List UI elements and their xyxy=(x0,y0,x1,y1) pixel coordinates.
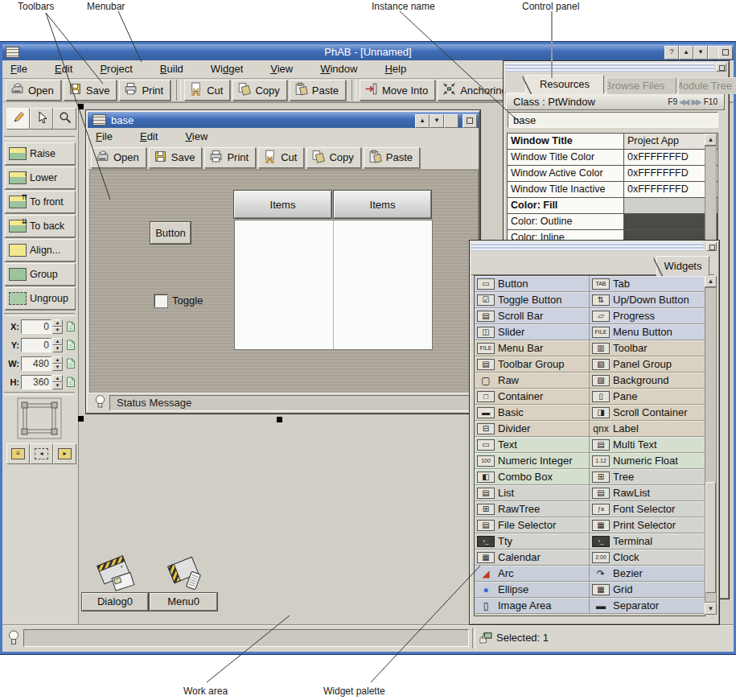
prev-class-icon[interactable]: ◀◀ xyxy=(679,97,688,106)
palette-item-tab[interactable]: TABTab xyxy=(590,276,705,291)
palette-titlebar[interactable] xyxy=(471,242,703,251)
button-widget[interactable]: Button xyxy=(150,222,191,244)
palette-item-font-selector[interactable]: ƒaFont Selector xyxy=(590,501,705,517)
palette-item-image-area[interactable]: ▯Image Area xyxy=(475,598,590,613)
palette-item-list[interactable]: ▤List xyxy=(475,485,590,500)
y-field[interactable]: 0 xyxy=(21,338,51,352)
resource-row[interactable]: Color: Outline xyxy=(508,214,717,230)
tab-widgets[interactable]: Widgets xyxy=(656,256,709,276)
cut-button[interactable]: Cut xyxy=(258,147,304,168)
next-class-icon[interactable]: ▶▶ xyxy=(691,97,700,106)
resource-row[interactable]: Window Active Color0xFFFFFFFD xyxy=(508,166,717,182)
palette-item-divider[interactable]: ⊟Divider xyxy=(475,421,590,436)
palette-item-button[interactable]: ▭Button xyxy=(475,276,590,291)
resource-value[interactable]: Project App xyxy=(624,134,717,149)
resource-value[interactable]: 0xFFFFFFFD xyxy=(624,182,717,197)
palette-item-multi-text[interactable]: ▤Multi Text xyxy=(590,437,705,452)
collapse-titlebar-button[interactable]: ▴ xyxy=(679,46,693,60)
base-titlebar[interactable]: base ▴ ▾ xyxy=(88,112,479,128)
resource-value[interactable]: 0xFFFFFFFD xyxy=(624,166,717,181)
h-field[interactable]: 360 xyxy=(21,375,51,389)
menu-module-label[interactable]: Menu0 xyxy=(150,593,217,611)
palette-item-print-selector[interactable]: ▦Print Selector xyxy=(590,517,705,533)
copy-button[interactable]: Copy xyxy=(306,147,360,168)
menu-module-icon[interactable] xyxy=(165,554,210,597)
group-button[interactable]: Group xyxy=(5,263,76,286)
help-titlebar-button[interactable]: ? xyxy=(664,46,679,60)
window-menu-icon[interactable] xyxy=(93,114,106,126)
palette-item-tty[interactable]: ›_Tty xyxy=(475,533,590,549)
menu-edit[interactable]: Edit xyxy=(47,60,80,75)
step-down-icon[interactable]: ▼ xyxy=(52,345,63,352)
h-stepper[interactable]: ▲▼ xyxy=(52,375,63,389)
w-stepper[interactable]: ▲▼ xyxy=(52,356,63,371)
wp-scrollbar-thumb[interactable] xyxy=(705,482,716,593)
pointer-tool[interactable] xyxy=(30,108,53,130)
print-button[interactable]: Print xyxy=(204,147,256,168)
scroll-down-button[interactable]: ▼ xyxy=(705,603,717,615)
menu-window[interactable]: Window xyxy=(312,60,365,75)
scroll-up-button[interactable]: ▲ xyxy=(705,134,717,146)
palette-item-numeric-float[interactable]: 1.12Numeric Float xyxy=(590,453,705,468)
resource-row[interactable]: Window Title Color0xFFFFFFFD xyxy=(508,150,717,166)
resource-value[interactable] xyxy=(624,198,717,213)
palette-item-bezier[interactable]: ↷Bezier xyxy=(590,566,705,581)
palette-item-scroll-bar[interactable]: ▤Scroll Bar xyxy=(475,308,590,323)
x-field[interactable]: 0 xyxy=(21,319,51,334)
menu-base-edit[interactable]: Edit xyxy=(132,128,166,142)
save-button[interactable]: Save xyxy=(149,147,203,168)
palette-item-arc[interactable]: ◢Arc xyxy=(475,566,590,581)
base-work-canvas[interactable]: Button Items Items Toggle xyxy=(89,170,479,393)
palette-item-menu-button[interactable]: FILEMenu Button xyxy=(590,324,705,340)
zoom-tool[interactable] xyxy=(53,108,76,130)
menu-help[interactable]: Help xyxy=(376,60,414,75)
palette-item-text[interactable]: ▭Text xyxy=(475,437,590,452)
to-front-button[interactable]: ⇈To front xyxy=(5,191,76,213)
palette-item-scroll-container[interactable]: ◨Scroll Container xyxy=(590,405,705,420)
palette-item-container[interactable]: □Container xyxy=(475,389,590,404)
close-titlebar-button[interactable] xyxy=(463,114,477,128)
instance-name-input[interactable]: base xyxy=(508,112,718,128)
menu-base-file[interactable]: File xyxy=(88,128,121,142)
expand-titlebar-button[interactable]: ▾ xyxy=(430,114,444,128)
list-widget[interactable]: Items Items xyxy=(234,191,433,350)
expand-titlebar-button[interactable]: ▾ xyxy=(693,46,708,60)
w-field[interactable]: 480 xyxy=(21,356,51,371)
tab-browse-files[interactable]: Browse Files xyxy=(606,77,676,94)
step-up-icon[interactable]: ▲ xyxy=(52,375,63,382)
tab-resources[interactable]: Resources xyxy=(525,75,604,94)
dock-left-button[interactable]: ◂ xyxy=(30,443,53,464)
lock-icon[interactable] xyxy=(64,357,77,370)
cut-button[interactable]: Cut xyxy=(184,80,230,101)
scroll-up-button[interactable]: ▲ xyxy=(705,275,717,287)
x-stepper[interactable]: ▲▼ xyxy=(52,319,63,334)
step-down-icon[interactable]: ▼ xyxy=(52,364,63,371)
main-titlebar[interactable]: PhAB - [Unnamed] ? ▴ ▾ xyxy=(2,44,734,60)
resource-row[interactable]: Color: Fill xyxy=(508,198,717,214)
palette-item-raw[interactable]: ▢Raw xyxy=(475,373,590,388)
open-button[interactable]: Open xyxy=(6,80,61,101)
palette-item-clock[interactable]: 2:00Clock xyxy=(590,550,705,565)
panel-collapse-button[interactable] xyxy=(706,242,717,251)
copy-button[interactable]: Copy xyxy=(232,80,286,101)
raise-button[interactable]: ↑Raise xyxy=(5,142,76,165)
tab-module-tree[interactable]: Module Tree xyxy=(678,77,736,94)
paste-button[interactable]: Paste xyxy=(364,147,420,168)
palette-item-background[interactable]: ▨Background xyxy=(590,373,705,388)
y-stepper[interactable]: ▲▼ xyxy=(52,338,63,352)
step-up-icon[interactable]: ▲ xyxy=(52,338,63,345)
palette-item-combo-box[interactable]: ◧Combo Box xyxy=(475,469,590,484)
step-up-icon[interactable]: ▲ xyxy=(52,319,63,327)
palette-item-calendar[interactable]: ▦Calendar xyxy=(475,550,590,565)
lock-icon[interactable] xyxy=(64,320,77,333)
palette-item-updown-button[interactable]: ⇅Up/Down Button xyxy=(590,292,705,307)
collapse-titlebar-button[interactable]: ▴ xyxy=(415,114,430,128)
toggle-checkbox[interactable] xyxy=(154,294,167,307)
step-down-icon[interactable]: ▼ xyxy=(52,327,63,334)
lock-icon[interactable] xyxy=(64,376,77,389)
panel-collapse-button[interactable] xyxy=(716,63,726,72)
open-button[interactable]: Open xyxy=(91,147,146,168)
close-titlebar-button[interactable] xyxy=(718,46,733,60)
palette-item-progress[interactable]: ▱Progress xyxy=(590,308,705,323)
step-down-icon[interactable]: ▼ xyxy=(52,382,63,389)
